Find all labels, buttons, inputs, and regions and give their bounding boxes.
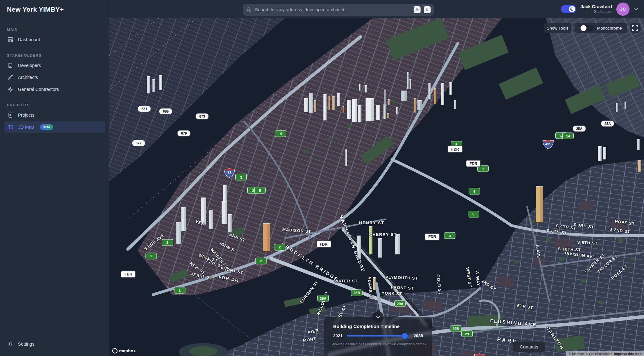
fullscreen-icon — [632, 25, 638, 31]
sidebar-item-settings[interactable]: Settings — [4, 338, 105, 350]
route-shield-white: 673 — [195, 113, 209, 120]
route-shield-green: 28A — [317, 295, 329, 302]
fdr-shield: FDR — [316, 241, 331, 248]
street-label: ADAMS ST — [367, 276, 373, 300]
street-label: FRONT ST — [220, 266, 244, 275]
route-shield-green: 29 — [461, 331, 473, 337]
street-label: CHERRY ST — [369, 232, 397, 237]
section-label-stakeholders: STAKEHOLDERS — [7, 53, 109, 57]
map-icon — [8, 124, 13, 130]
fullscreen-button[interactable] — [630, 23, 641, 33]
map-canvas[interactable]: S END AVEVESANN STJOHN SMAIDEN LNWALL ST… — [109, 18, 644, 356]
street-label: MONT — [303, 336, 316, 343]
fdr-shield: FDR — [448, 146, 463, 153]
timeline-slider[interactable] — [347, 335, 409, 337]
street-label: WILLOW ST — [315, 291, 329, 317]
timeline-end-year: 2038 — [414, 333, 423, 338]
shortcut-cmd-key: ⌘ — [414, 6, 421, 13]
route-shield-green: 2 — [255, 258, 267, 264]
fdr-shield: FDR — [121, 270, 136, 278]
timeline-title: Building Completion Timeline — [333, 324, 432, 329]
app-title: New York YIMBY+ — [7, 6, 64, 13]
street-label: PIER — [308, 328, 319, 335]
street-label: 2ND ST — [481, 279, 497, 292]
street-label: CARLTON — [545, 325, 565, 351]
sidebar-item-projects[interactable]: Projects — [4, 109, 105, 121]
route-shield-green: 5 — [468, 211, 479, 217]
user-menu-chevron-icon[interactable] — [634, 7, 638, 11]
shortcut-k-key: K — [424, 6, 431, 13]
street-label: GOLD ST — [436, 274, 443, 295]
toggle-knob — [581, 25, 586, 31]
building-icon — [8, 63, 13, 68]
gear-icon — [8, 341, 13, 347]
timeline-caption: Showing all buildings (including unknown… — [324, 342, 432, 346]
moon-icon — [570, 7, 574, 11]
section-label-projects: PROJECTS — [7, 103, 109, 107]
interstate-shield: 78 — [223, 168, 235, 178]
route-shield-white: 685 — [159, 108, 172, 114]
app-window: S END AVEVESANN STJOHN SMAIDEN LNWALL ST… — [0, 0, 644, 356]
street-label: VES — [195, 219, 205, 227]
street-label: BROOKLYN BRIDGE — [280, 242, 340, 283]
monochrome-toggle[interactable] — [580, 25, 593, 31]
document-icon — [8, 112, 13, 118]
map-label-layer: S END AVEVESANN STJOHN SMAIDEN LNWALL ST… — [109, 18, 644, 356]
route-shield-green: 28B — [351, 289, 362, 296]
route-shield-white: 25A — [573, 125, 586, 132]
search-placeholder: Search for any address, developer, archi… — [255, 7, 410, 12]
chevron-down-icon — [376, 315, 381, 319]
street-label: WEST ST — [465, 267, 473, 288]
mapbox-logo[interactable]: mapbox — [112, 348, 136, 353]
route-shield-green: 2 — [162, 239, 173, 246]
sidebar-item-label: Architects — [18, 75, 38, 80]
gear-icon — [8, 86, 13, 92]
avatar[interactable]: JC — [616, 3, 630, 16]
beta-badge: Beta — [40, 124, 53, 130]
dashboard-icon — [8, 37, 13, 42]
street-label: FLUSHING AVE — [490, 318, 537, 327]
show-tools-button[interactable]: Show Tools — [544, 23, 571, 33]
timeline-start-year: 2021 — [333, 333, 343, 338]
collapse-timeline-button[interactable] — [372, 311, 384, 323]
street-label: FDR DR — [218, 274, 239, 283]
street-label: PLYMOUTH ST — [385, 275, 418, 281]
attribution-mapbox-link[interactable]: © Mapbox — [569, 352, 584, 356]
sidebar-item-dashboard[interactable]: Dashboard — [4, 34, 105, 45]
route-shield-white: 677 — [132, 140, 145, 146]
fdr-shield: FDR — [466, 160, 481, 167]
street-label: YORK ST — [382, 291, 403, 296]
sidebar-item-label: Projects — [18, 113, 34, 118]
street-label: JOHN S — [218, 240, 235, 253]
monochrome-label: Monochrome — [597, 26, 622, 31]
route-shield-green: 3 — [235, 174, 247, 181]
route-shield-green: 2 — [146, 253, 157, 259]
attribution-osm-link[interactable]: © OpenStreetMap — [586, 352, 612, 356]
street-label: W WAY — [475, 270, 481, 286]
timeline-slider-knob[interactable] — [402, 333, 408, 339]
sidebar-item-general-contractors[interactable]: General Contractors — [4, 84, 105, 95]
route-shield-green: 29B — [450, 325, 461, 332]
mapbox-logo-icon — [112, 348, 118, 353]
search-icon — [246, 7, 252, 13]
sidebar-item-architects[interactable]: Architects — [4, 72, 105, 83]
sidebar-item-label: Developers — [18, 63, 41, 68]
search-input[interactable]: Search for any address, developer, archi… — [243, 4, 434, 16]
street-label: S 8TH ST — [577, 240, 598, 246]
sidebar-item-developers[interactable]: Developers — [4, 60, 105, 71]
sidebar-item-3d-map[interactable]: 3D Map Beta — [4, 121, 105, 133]
route-shield-green: 14 — [562, 133, 574, 139]
map-attribution: © Mapbox © OpenStreetMap Improve this ma… — [566, 351, 644, 356]
dark-mode-toggle[interactable] — [561, 5, 576, 13]
route-shield-green: 5 — [254, 187, 266, 194]
route-shield-white: 679 — [177, 130, 190, 136]
street-label: MADISON ST — [282, 227, 311, 234]
attribution-improve-link[interactable]: Improve this map — [614, 352, 641, 356]
show-tools-label: Show Tools — [547, 26, 569, 31]
street-label: WATER ST — [334, 279, 358, 283]
contacts-tooltip[interactable]: Contacts — [512, 341, 545, 352]
route-shield-white: 681 — [138, 106, 151, 112]
street-label: HENRY ST — [359, 220, 384, 225]
sidebar-item-label: Dashboard — [18, 37, 40, 42]
interstate-shield: 278 — [474, 353, 486, 356]
